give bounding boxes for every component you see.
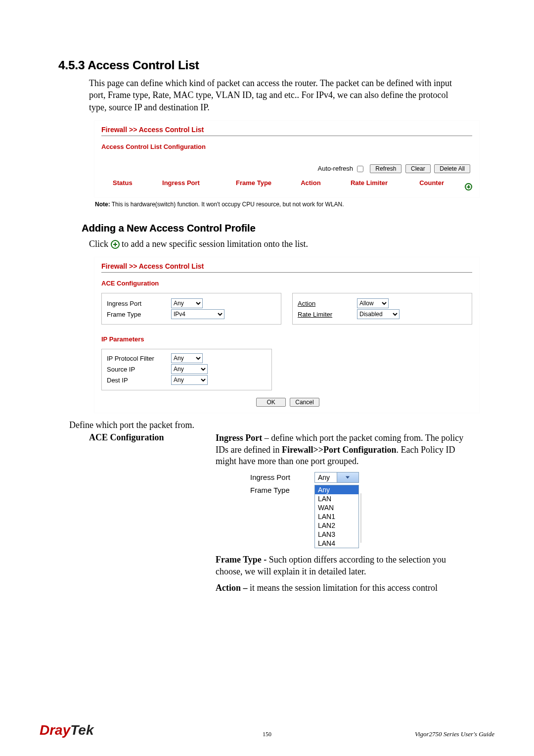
breadcrumb: Firewall >> Access Control List xyxy=(101,126,472,134)
acl-config-heading: Access Control List Configuration xyxy=(101,143,472,150)
breadcrumb: Firewall >> Access Control List xyxy=(101,262,472,270)
ace-heading: ACE Configuration xyxy=(101,280,472,287)
delete-all-button[interactable]: Delete All xyxy=(434,164,470,173)
add-profile-heading: Adding a New Access Control Profile xyxy=(82,223,494,234)
auto-refresh-label: Auto-refresh xyxy=(318,165,354,172)
frame-type-label: Frame Type xyxy=(107,311,171,318)
col-action: Action xyxy=(289,176,332,191)
ace-left-group: Ingress Port Any Frame Type IPv4 xyxy=(101,293,281,325)
page-footer: DrayTek 150 Vigor2750 Series User's Guid… xyxy=(40,722,494,738)
dest-ip-select[interactable]: Any xyxy=(171,375,208,385)
list-item[interactable]: LAN xyxy=(315,494,358,503)
acl-table: Status Ingress Port Frame Type Action Ra… xyxy=(101,176,472,191)
draytek-logo: DrayTek xyxy=(40,722,93,738)
def-action: Action – it means the session limitation… xyxy=(216,582,470,594)
click-post: to add a new specific session limitation… xyxy=(122,239,308,249)
col-counter: Counter xyxy=(406,176,457,191)
note-line: Note: This is hardware(switch) function.… xyxy=(95,201,480,208)
section-title-text: Access Control List xyxy=(88,58,199,72)
cancel-button[interactable]: Cancel xyxy=(290,398,319,407)
note-text: This is hardware(switch) function. It wo… xyxy=(110,201,344,208)
dest-ip-label: Dest IP xyxy=(107,377,171,384)
source-ip-label: Source IP xyxy=(107,366,171,373)
refresh-button[interactable]: Refresh xyxy=(370,164,401,173)
list-item[interactable]: Any xyxy=(315,485,358,494)
mini-frame-label: Frame Type xyxy=(250,485,314,494)
plus-icon xyxy=(111,240,120,249)
col-frame: Frame Type xyxy=(218,176,289,191)
auto-refresh-checkbox[interactable] xyxy=(357,166,363,172)
divider xyxy=(101,272,472,273)
list-item[interactable]: LAN2 xyxy=(315,521,358,530)
action-select[interactable]: Allow xyxy=(357,298,389,308)
ace-right-group: Action Allow Rate Limiter Disabled xyxy=(292,293,472,325)
mini-ingress-combo[interactable]: Any xyxy=(314,472,359,483)
action-label: Action xyxy=(298,300,357,307)
guide-title: Vigor2750 Series User's Guide xyxy=(415,730,494,738)
list-item[interactable]: LAN4 xyxy=(315,539,358,548)
page-number: 150 xyxy=(263,731,271,738)
intro-paragraph: This page can define which kind of packe… xyxy=(89,77,465,113)
clear-button[interactable]: Clear xyxy=(405,164,431,173)
chevron-down-icon xyxy=(337,472,359,482)
section-heading: 4.5.3 Access Control List xyxy=(58,58,494,72)
source-ip-select[interactable]: Any xyxy=(171,364,208,374)
logo-tek: Tek xyxy=(70,722,93,738)
ace-config-panel: Firewall >> Access Control List ACE Conf… xyxy=(94,257,480,413)
frame-type-select[interactable]: IPv4 xyxy=(171,309,224,319)
rate-limiter-select[interactable]: Disabled xyxy=(357,309,400,319)
ingress-port-select[interactable]: Any xyxy=(171,298,203,308)
list-item[interactable]: LAN1 xyxy=(315,512,358,521)
acl-list-panel: Firewall >> Access Control List Access C… xyxy=(94,120,480,198)
def-frame-bold: Frame Type - xyxy=(216,555,269,565)
ingress-port-label: Ingress Port xyxy=(107,300,171,307)
logo-dray: Dray xyxy=(40,722,70,738)
col-rate: Rate Limiter xyxy=(332,176,406,191)
mini-ingress-value: Any xyxy=(315,473,337,481)
ip-protocol-filter-label: IP Protocol Filter xyxy=(107,355,171,362)
define-line: Define which port the packet from. xyxy=(69,420,465,430)
ip-protocol-filter-select[interactable]: Any xyxy=(171,353,203,363)
rate-limiter-label: Rate Limiter xyxy=(298,311,357,318)
ok-button[interactable]: OK xyxy=(256,398,285,407)
def-action-bold: Action – xyxy=(216,583,250,593)
def-ingress-bold: Ingress Port xyxy=(216,433,262,443)
mini-ingress-listbox[interactable]: Any LAN WAN LAN1 LAN2 LAN3 LAN4 xyxy=(314,485,359,548)
section-number: 4.5.3 xyxy=(58,58,85,72)
click-line: Click to add a new specific session limi… xyxy=(89,238,465,250)
list-item[interactable]: LAN3 xyxy=(315,530,358,539)
col-status: Status xyxy=(101,176,144,191)
ip-params-heading: IP Parameters xyxy=(101,335,472,343)
ingress-dropdown-illustration: Ingress Port Any Frame Type Any LAN WAN … xyxy=(250,472,379,548)
def-term: ACE Configuration xyxy=(89,432,213,599)
ip-params-group: IP Protocol Filter Any Source IP Any Des… xyxy=(101,349,272,390)
mini-ingress-label: Ingress Port xyxy=(250,472,314,481)
list-item[interactable]: WAN xyxy=(315,503,358,512)
note-label: Note: xyxy=(95,201,110,208)
divider xyxy=(101,136,472,136)
def-frame: Frame Type - Such option differs accordi… xyxy=(216,554,470,577)
click-pre: Click xyxy=(89,239,111,249)
col-ingress: Ingress Port xyxy=(144,176,219,191)
def-ingress: Ingress Port – define which port the pac… xyxy=(216,432,470,467)
add-row-icon[interactable] xyxy=(465,183,472,190)
